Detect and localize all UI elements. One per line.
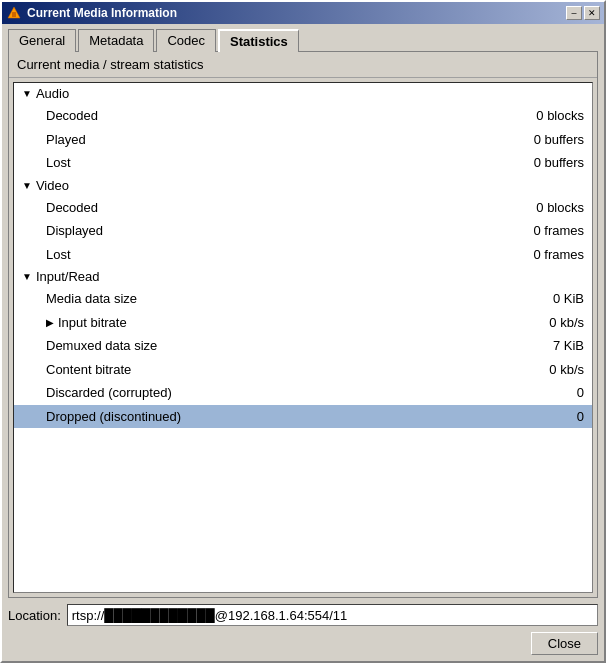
svg-rect-1 bbox=[12, 12, 16, 17]
location-label: Location: bbox=[8, 608, 61, 623]
label-demuxed-data: Demuxed data size bbox=[22, 336, 553, 356]
label-displayed: Displayed bbox=[22, 221, 533, 241]
minimize-button[interactable]: – bbox=[566, 6, 582, 20]
group-input: ▼ Input/Read bbox=[14, 266, 592, 287]
tab-codec[interactable]: Codec bbox=[156, 29, 216, 52]
label-lost-audio: Lost bbox=[22, 153, 534, 173]
label-decoded-video: Decoded bbox=[22, 198, 536, 218]
group-video-label: Video bbox=[36, 178, 69, 193]
value-demuxed-data: 7 KiB bbox=[553, 336, 584, 356]
tab-metadata[interactable]: Metadata bbox=[78, 29, 154, 52]
value-lost-video: 0 frames bbox=[533, 245, 584, 265]
label-input-bitrate: ▶ Input bitrate bbox=[22, 313, 549, 333]
location-input[interactable] bbox=[67, 604, 598, 626]
section-title: Current media / stream statistics bbox=[9, 52, 597, 78]
window-title: Current Media Information bbox=[27, 6, 566, 20]
table-row: Demuxed data size 7 KiB bbox=[14, 334, 592, 358]
value-displayed: 0 frames bbox=[533, 221, 584, 241]
value-played: 0 buffers bbox=[534, 130, 584, 150]
stats-table: ▼ Audio Decoded 0 blocks Played 0 buffer… bbox=[14, 83, 592, 428]
label-media-data-size: Media data size bbox=[22, 289, 553, 309]
value-dropped: 0 bbox=[577, 407, 584, 427]
label-played: Played bbox=[22, 130, 534, 150]
group-audio: ▼ Audio bbox=[14, 83, 592, 104]
arrow-input-bitrate: ▶ bbox=[46, 315, 54, 330]
window-controls: – ✕ bbox=[566, 6, 600, 20]
app-icon bbox=[6, 5, 22, 21]
table-row: ▶ Input bitrate 0 kb/s bbox=[14, 311, 592, 335]
stats-container[interactable]: ▼ Audio Decoded 0 blocks Played 0 buffer… bbox=[13, 82, 593, 593]
tab-general[interactable]: General bbox=[8, 29, 76, 52]
location-bar: Location: bbox=[2, 598, 604, 626]
value-decoded-video: 0 blocks bbox=[536, 198, 584, 218]
tab-statistics[interactable]: Statistics bbox=[218, 29, 299, 52]
table-row: Lost 0 frames bbox=[14, 243, 592, 267]
table-row: Displayed 0 frames bbox=[14, 219, 592, 243]
value-lost-audio: 0 buffers bbox=[534, 153, 584, 173]
main-window: Current Media Information – ✕ General Me… bbox=[0, 0, 606, 663]
table-row: Content bitrate 0 kb/s bbox=[14, 358, 592, 382]
table-row-selected[interactable]: Dropped (discontinued) 0 bbox=[14, 405, 592, 429]
table-row: Discarded (corrupted) 0 bbox=[14, 381, 592, 405]
button-row: Close bbox=[2, 626, 604, 661]
group-input-label: Input/Read bbox=[36, 269, 100, 284]
value-discarded: 0 bbox=[577, 383, 584, 403]
value-media-data-size: 0 KiB bbox=[553, 289, 584, 309]
title-bar: Current Media Information – ✕ bbox=[2, 2, 604, 24]
table-row: Lost 0 buffers bbox=[14, 151, 592, 175]
group-audio-label: Audio bbox=[36, 86, 69, 101]
value-input-bitrate: 0 kb/s bbox=[549, 313, 584, 333]
arrow-video: ▼ bbox=[22, 180, 32, 191]
arrow-input: ▼ bbox=[22, 271, 32, 282]
table-row: Decoded 0 blocks bbox=[14, 196, 592, 220]
label-decoded-audio: Decoded bbox=[22, 106, 536, 126]
table-row: Decoded 0 blocks bbox=[14, 104, 592, 128]
tab-bar: General Metadata Codec Statistics bbox=[2, 24, 604, 51]
label-discarded: Discarded (corrupted) bbox=[22, 383, 577, 403]
content-panel: Current media / stream statistics ▼ Audi… bbox=[8, 51, 598, 598]
table-row: Played 0 buffers bbox=[14, 128, 592, 152]
label-lost-video: Lost bbox=[22, 245, 533, 265]
arrow-audio: ▼ bbox=[22, 88, 32, 99]
close-button-title[interactable]: ✕ bbox=[584, 6, 600, 20]
group-video: ▼ Video bbox=[14, 175, 592, 196]
table-row: Media data size 0 KiB bbox=[14, 287, 592, 311]
label-dropped: Dropped (discontinued) bbox=[22, 407, 577, 427]
label-content-bitrate: Content bitrate bbox=[22, 360, 549, 380]
value-content-bitrate: 0 kb/s bbox=[549, 360, 584, 380]
close-button[interactable]: Close bbox=[531, 632, 598, 655]
value-decoded-audio: 0 blocks bbox=[536, 106, 584, 126]
